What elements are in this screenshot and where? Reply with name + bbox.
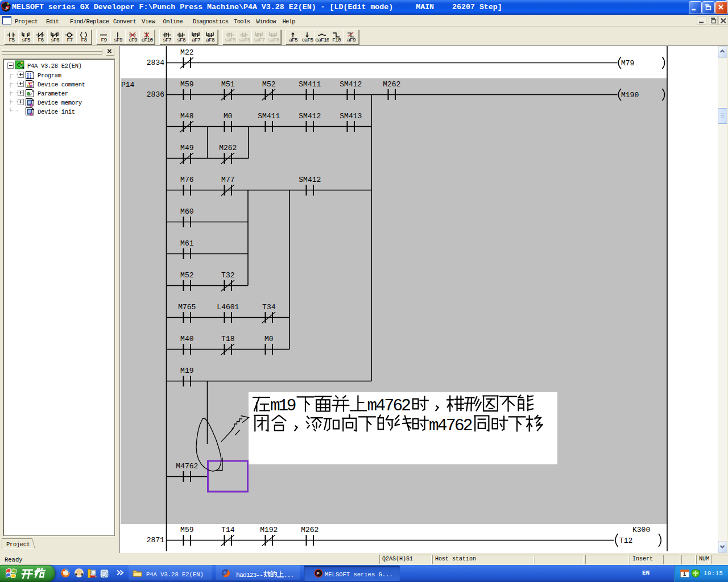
svg-text:Edit: Edit (46, 18, 59, 25)
svg-text:Tools: Tools (234, 18, 250, 25)
svg-text:Device comment: Device comment (38, 81, 85, 88)
svg-text:m19: m19 (270, 397, 297, 415)
svg-text:Program: Program (38, 72, 61, 79)
svg-text:View: View (142, 18, 156, 25)
svg-text:P: P (317, 571, 320, 576)
svg-text:...: ... (284, 572, 294, 579)
svg-text:Parameter: Parameter (38, 90, 68, 97)
svg-text:Diagnostics: Diagnostics (193, 18, 229, 25)
svg-text:P: P (6, 6, 9, 11)
svg-text:Help: Help (283, 18, 296, 25)
svg-text:Device memory: Device memory (38, 99, 82, 106)
svg-text:1: 1 (683, 571, 686, 577)
svg-text:Find/Replace: Find/Replace (70, 18, 109, 25)
svg-text:Convert: Convert (113, 18, 136, 25)
svg-text:Project: Project (15, 18, 38, 25)
svg-text:Window: Window (257, 18, 277, 25)
svg-text:m4762: m4762 (367, 397, 412, 415)
svg-text:P4A V3.28 E2(EN): P4A V3.28 E2(EN) (27, 63, 82, 69)
svg-text:Device init: Device init (38, 109, 75, 115)
svg-text:Online: Online (163, 18, 183, 25)
svg-text:Project: Project (6, 541, 30, 548)
svg-text:hao123--: hao123-- (236, 572, 263, 579)
svg-text:m4762: m4762 (429, 417, 473, 435)
